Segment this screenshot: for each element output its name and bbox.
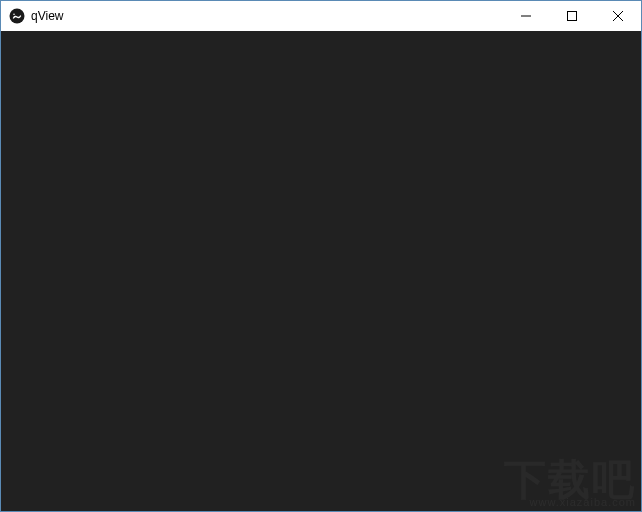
qview-app-icon xyxy=(9,8,25,24)
window-title: qView xyxy=(31,9,63,23)
minimize-button[interactable] xyxy=(503,1,549,31)
svg-point-1 xyxy=(13,13,15,15)
svg-rect-3 xyxy=(568,11,577,20)
minimize-icon xyxy=(521,9,531,24)
app-window: qView xyxy=(0,0,642,512)
maximize-button[interactable] xyxy=(549,1,595,31)
window-controls xyxy=(503,1,641,31)
svg-point-0 xyxy=(10,9,25,24)
close-button[interactable] xyxy=(595,1,641,31)
viewer-canvas[interactable] xyxy=(1,31,641,511)
titlebar[interactable]: qView xyxy=(1,1,641,31)
close-icon xyxy=(613,9,623,24)
maximize-icon xyxy=(567,9,577,24)
